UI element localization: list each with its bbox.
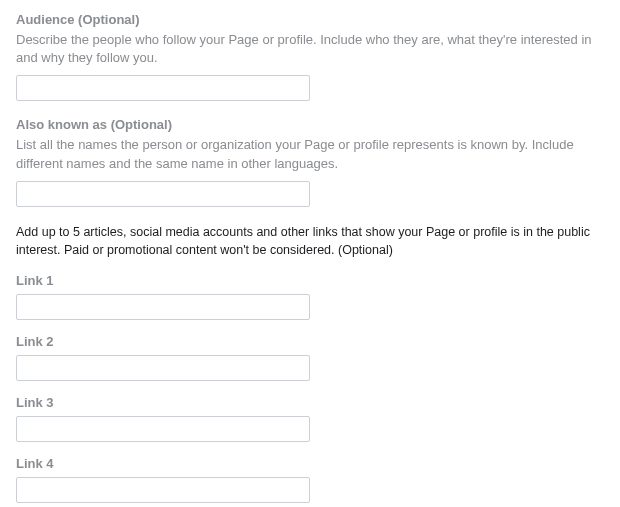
links-intro-text: Add up to 5 articles, social media accou… bbox=[16, 223, 604, 259]
also-known-as-input[interactable] bbox=[16, 181, 310, 207]
audience-section: Audience (Optional) Describe the people … bbox=[16, 12, 604, 101]
link-field-4: Link 4 bbox=[16, 456, 604, 503]
link-4-label: Link 4 bbox=[16, 456, 604, 471]
audience-description: Describe the people who follow your Page… bbox=[16, 31, 604, 67]
also-known-as-description: List all the names the person or organiz… bbox=[16, 136, 604, 172]
link-3-input[interactable] bbox=[16, 416, 310, 442]
link-field-3: Link 3 bbox=[16, 395, 604, 442]
link-2-label: Link 2 bbox=[16, 334, 604, 349]
also-known-as-heading: Also known as (Optional) bbox=[16, 117, 604, 132]
link-1-label: Link 1 bbox=[16, 273, 604, 288]
audience-heading: Audience (Optional) bbox=[16, 12, 604, 27]
link-1-input[interactable] bbox=[16, 294, 310, 320]
link-4-input[interactable] bbox=[16, 477, 310, 503]
link-field-2: Link 2 bbox=[16, 334, 604, 381]
link-field-1: Link 1 bbox=[16, 273, 604, 320]
link-3-label: Link 3 bbox=[16, 395, 604, 410]
link-2-input[interactable] bbox=[16, 355, 310, 381]
audience-input[interactable] bbox=[16, 75, 310, 101]
also-known-as-section: Also known as (Optional) List all the na… bbox=[16, 117, 604, 206]
